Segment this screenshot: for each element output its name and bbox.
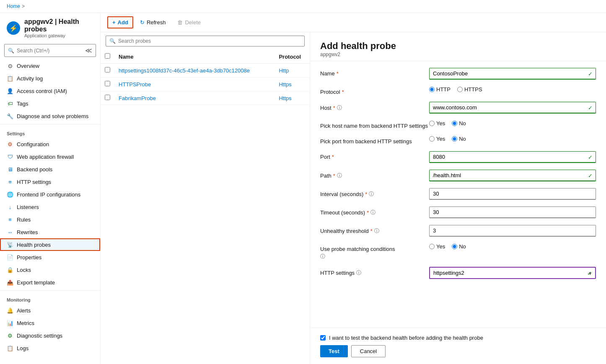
- path-input[interactable]: [429, 170, 596, 181]
- http-settings-select[interactable]: httpsettings2: [430, 268, 595, 278]
- search-probes-input[interactable]: [118, 38, 301, 44]
- frontend-ip-icon: 🌐: [7, 191, 13, 198]
- rules-icon: ≡: [7, 216, 13, 223]
- host-input[interactable]: [429, 102, 596, 114]
- host-info-icon[interactable]: ⓘ: [337, 104, 342, 111]
- sidebar-item-tags[interactable]: 🏷 Tags: [0, 97, 100, 110]
- access-control-icon: 👤: [7, 88, 13, 94]
- sidebar-item-listeners[interactable]: ↓ Listeners: [0, 201, 100, 213]
- sidebar-item-label: Backend pools: [17, 166, 52, 173]
- probe-protocol: Http: [279, 67, 289, 74]
- sidebar-item-waf[interactable]: 🛡 Web application firewall: [0, 150, 100, 163]
- panel-title: Add health probe: [320, 41, 596, 52]
- listeners-icon: ↓: [7, 204, 13, 210]
- port-control: [429, 151, 596, 163]
- path-info-icon[interactable]: ⓘ: [337, 172, 342, 179]
- probe-matching-yes-label[interactable]: Yes: [429, 243, 445, 250]
- port-input[interactable]: [429, 151, 596, 163]
- interval-row: Interval (seconds) * ⓘ: [320, 188, 596, 200]
- sidebar-item-health-probes[interactable]: 📡 Health probes: [0, 238, 100, 251]
- pick-port-no-radio[interactable]: [452, 136, 457, 142]
- protocol-http-label[interactable]: HTTP: [429, 86, 451, 93]
- pick-host-yes-radio[interactable]: [429, 121, 435, 126]
- http-settings-info-icon[interactable]: ⓘ: [356, 269, 361, 276]
- timeout-row: Timeout (seconds) * ⓘ: [320, 207, 596, 218]
- collapse-button[interactable]: ≪: [85, 46, 92, 54]
- timeout-control: [429, 207, 596, 218]
- sidebar-item-frontend-ip[interactable]: 🌐 Frontend IP configurations: [0, 188, 100, 201]
- sidebar-search-input[interactable]: [17, 48, 83, 54]
- cancel-button[interactable]: Cancel: [351, 345, 386, 357]
- sidebar-item-rewrites[interactable]: ↔ Rewrites: [0, 226, 100, 238]
- sidebar-item-activity-log[interactable]: 📋 Activity log: [0, 72, 100, 85]
- divider2: [0, 290, 100, 291]
- pick-host-no-label[interactable]: No: [452, 120, 466, 126]
- monitoring-section-label: Monitoring: [0, 292, 100, 304]
- sidebar-item-overview[interactable]: ⊙ Overview: [0, 59, 100, 72]
- interval-info-icon[interactable]: ⓘ: [369, 191, 374, 198]
- sidebar-item-alerts[interactable]: 🔔 Alerts: [0, 304, 100, 317]
- refresh-button[interactable]: ↻ Refresh: [135, 16, 171, 28]
- test-checkbox[interactable]: [320, 335, 326, 341]
- timeout-info-icon[interactable]: ⓘ: [370, 209, 376, 216]
- timeout-input[interactable]: [429, 207, 596, 218]
- pick-host-yes-label[interactable]: Yes: [429, 120, 445, 126]
- interval-input[interactable]: [429, 188, 596, 200]
- pick-port-no-label[interactable]: No: [452, 136, 466, 142]
- unhealthy-row: Unhealthy threshold * ⓘ: [320, 225, 596, 237]
- sidebar-item-label: Diagnose and solve problems: [17, 113, 88, 119]
- sidebar-item-export-template[interactable]: 📤 Export template: [0, 276, 100, 289]
- delete-button[interactable]: 🗑 Delete: [172, 16, 206, 28]
- table-row[interactable]: httpsettings1008fd37c-46c5-43ef-ae4a-3db…: [101, 64, 310, 77]
- sidebar-item-diagnose[interactable]: 🔧 Diagnose and solve problems: [0, 110, 100, 122]
- row-checkbox[interactable]: [105, 81, 110, 86]
- test-button[interactable]: Test: [320, 345, 348, 357]
- sidebar-item-configuration[interactable]: ⚙ Configuration: [0, 138, 100, 150]
- probe-name-link[interactable]: FabrikamProbe: [119, 95, 156, 101]
- row-checkbox[interactable]: [105, 95, 110, 100]
- sidebar-item-logs[interactable]: 📋 Logs: [0, 342, 100, 354]
- table-row[interactable]: FabrikamProbe Https: [101, 91, 310, 105]
- probe-matching-info-icon[interactable]: ⓘ: [320, 253, 325, 260]
- protocol-https-label[interactable]: HTTPS: [457, 86, 482, 93]
- http-settings-control: httpsettings2 ▾: [429, 267, 596, 279]
- protocol-http-radio[interactable]: [429, 87, 435, 92]
- path-select-wrapper: [429, 170, 596, 181]
- locks-icon: 🔒: [7, 266, 13, 273]
- search-probes-box[interactable]: 🔍: [106, 36, 305, 46]
- sidebar-item-access-control[interactable]: 👤 Access control (IAM): [0, 85, 100, 97]
- probe-matching-yes-radio[interactable]: [429, 244, 435, 249]
- probe-matching-no-radio[interactable]: [452, 244, 457, 249]
- sidebar-item-label: Locks: [17, 267, 31, 273]
- pick-port-yes-radio[interactable]: [429, 136, 435, 142]
- row-checkbox[interactable]: [105, 67, 110, 72]
- sidebar-item-label: Listeners: [17, 204, 39, 210]
- pick-port-yes-label[interactable]: Yes: [429, 136, 445, 142]
- protocol-row: Protocol * HTTP HTTP: [320, 86, 596, 95]
- add-button[interactable]: + Add: [107, 16, 133, 28]
- probe-name-link[interactable]: HTTPSProbe: [119, 81, 151, 88]
- probe-matching-no-label[interactable]: No: [452, 243, 466, 250]
- breadcrumb-home[interactable]: Home: [7, 3, 20, 9]
- pick-host-no-radio[interactable]: [452, 121, 457, 126]
- name-row: Name *: [320, 68, 596, 80]
- probe-name-link[interactable]: httpsettings1008fd37c-46c5-43ef-ae4a-3db…: [119, 67, 250, 74]
- refresh-label: Refresh: [147, 19, 166, 26]
- sidebar-item-properties[interactable]: 📄 Properties: [0, 251, 100, 263]
- protocol-https-radio[interactable]: [457, 87, 463, 92]
- table-row[interactable]: HTTPSProbe Https: [101, 77, 310, 91]
- sidebar-item-diagnostic-settings[interactable]: ⚙ Diagnostic settings: [0, 329, 100, 342]
- unhealthy-info-icon[interactable]: ⓘ: [374, 227, 379, 235]
- sidebar-item-backend-pools[interactable]: 🖥 Backend pools: [0, 163, 100, 176]
- table-section: 🔍 Name Protocol: [101, 32, 310, 364]
- sidebar-item-http-settings[interactable]: ≡ HTTP settings: [0, 176, 100, 188]
- select-all-checkbox[interactable]: [105, 53, 110, 59]
- unhealthy-input[interactable]: [429, 225, 596, 237]
- sidebar-item-metrics[interactable]: 📊 Metrics: [0, 317, 100, 329]
- sidebar-item-locks[interactable]: 🔒 Locks: [0, 263, 100, 276]
- name-input[interactable]: [429, 68, 596, 80]
- port-select-wrapper: [429, 151, 596, 163]
- search-probes-icon: 🔍: [109, 38, 116, 44]
- sidebar-item-rules[interactable]: ≡ Rules: [0, 213, 100, 226]
- sidebar-search-box[interactable]: 🔍 ≪: [4, 44, 96, 57]
